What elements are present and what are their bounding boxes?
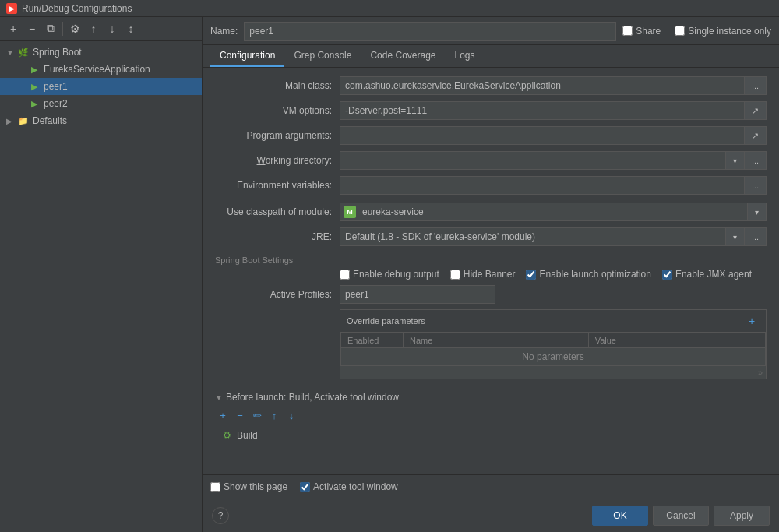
override-more: » — [340, 366, 766, 379]
tab-logs-label: Logs — [455, 50, 475, 61]
env-vars-row: Environment variables: ... — [215, 175, 767, 196]
program-args-label: Program arguments: — [215, 130, 340, 141]
tree-item-peer1[interactable]: ▶ peer1 — [0, 78, 202, 95]
bl-remove-button[interactable]: − — [232, 407, 248, 423]
vm-options-row: VM options: ↗ — [215, 100, 767, 121]
override-heading: Override parameters — [347, 316, 425, 326]
vm-options-expand-button[interactable]: ↗ — [745, 101, 767, 120]
show-page-label: Show this page — [224, 481, 287, 492]
bl-down-button[interactable]: ↓ — [284, 407, 299, 423]
peer2-run-icon: ▶ — [28, 97, 41, 110]
single-instance-checkbox[interactable] — [675, 26, 685, 36]
program-args-row: Program arguments: ↗ — [215, 125, 767, 146]
left-panel: + − ⧉ ⚙ ↑ ↓ ↕ ▼ 🌿 Spring Boot ▶ Eurek — [0, 17, 203, 532]
col-name: Name — [404, 333, 589, 348]
help-button[interactable]: ? — [212, 507, 229, 524]
bl-edit-button[interactable]: ✏ — [249, 407, 265, 423]
tree-springboot-group[interactable]: ▼ 🌿 Spring Boot — [0, 44, 202, 61]
help-area: ? — [212, 507, 587, 524]
active-profiles-row: Active Profiles: — [215, 284, 767, 305]
main-class-input[interactable] — [340, 76, 745, 95]
add-config-button[interactable]: + — [5, 20, 22, 37]
title-bar-text: Run/Debug Configurations — [22, 3, 132, 14]
defaults-label: Defaults — [33, 115, 67, 126]
vm-options-label: VM options: — [215, 105, 340, 116]
build-icon: ⚙ — [221, 430, 232, 441]
enable-jmx-checkbox[interactable] — [662, 270, 672, 280]
working-dir-input[interactable] — [340, 151, 726, 170]
vm-options-input[interactable] — [340, 101, 745, 120]
remove-config-button[interactable]: − — [23, 20, 41, 37]
apply-button[interactable]: Apply — [714, 506, 770, 526]
ok-button[interactable]: OK — [592, 506, 648, 526]
spring-boot-checkboxes: Enable debug output Hide Banner Enable l… — [215, 269, 767, 280]
main-layout: + − ⧉ ⚙ ↑ ↓ ↕ ▼ 🌿 Spring Boot ▶ Eurek — [0, 17, 779, 532]
sort-config-button[interactable]: ↕ — [122, 20, 139, 37]
tree-item-eureka[interactable]: ▶ EurekaServiceApplication — [0, 61, 202, 78]
module-icon: M — [344, 206, 356, 218]
main-class-browse-button[interactable]: ... — [745, 76, 767, 95]
classpath-dropdown-button[interactable]: ▾ — [748, 203, 767, 221]
bottom-options: Show this page Activate tool window — [203, 474, 779, 499]
before-launch-title: ▼ Before launch: Build, Activate tool wi… — [215, 392, 767, 403]
main-class-row: Main class: ... — [215, 76, 767, 96]
tab-configuration-label: Configuration — [220, 50, 275, 61]
defaults-folder-icon: 📁 — [17, 115, 30, 127]
tab-code-coverage[interactable]: Code Coverage — [361, 45, 445, 67]
tab-grep-console[interactable]: Grep Console — [284, 45, 361, 67]
springboot-arrow: ▼ — [6, 48, 17, 57]
classpath-select-wrapper: M eureka-service ▾ — [340, 203, 767, 221]
down-config-button[interactable]: ↓ — [104, 20, 121, 37]
override-add-button[interactable]: + — [744, 313, 760, 329]
springboot-label: Spring Boot — [33, 47, 82, 58]
app-icon: ▶ — [6, 3, 17, 14]
override-table: Enabled Name Value No parameters — [340, 333, 766, 366]
tab-coverage-label: Code Coverage — [370, 50, 435, 61]
right-panel: Name: Share Single instance only Configu… — [203, 17, 779, 532]
jre-browse-button[interactable]: ... — [745, 227, 767, 246]
program-args-expand-button[interactable]: ↗ — [745, 126, 767, 145]
tab-logs[interactable]: Logs — [446, 45, 485, 67]
activate-window-checkbox[interactable] — [300, 482, 310, 492]
override-empty-row: No parameters — [341, 348, 766, 366]
config-tabs: Configuration Grep Console Code Coverage… — [203, 45, 779, 68]
move-config-button[interactable]: ⚙ — [66, 20, 83, 37]
jre-dropdown-button[interactable]: ▾ — [726, 227, 745, 246]
working-dir-browse-button[interactable]: ... — [745, 151, 767, 170]
working-dir-label: Working directory: — [215, 155, 340, 166]
build-label: Build — [237, 430, 258, 441]
hide-banner-checkbox[interactable] — [450, 270, 460, 280]
show-page-checkbox[interactable] — [210, 482, 220, 492]
up-config-button[interactable]: ↑ — [85, 20, 102, 37]
bl-up-button[interactable]: ↑ — [266, 407, 282, 423]
name-input[interactable] — [244, 22, 616, 41]
name-field-label: Name: — [210, 26, 238, 37]
tree-item-defaults[interactable]: ▶ 📁 Defaults — [0, 112, 202, 129]
jre-select-wrapper: Default (1.8 - SDK of 'eureka-service' m… — [340, 227, 767, 246]
program-args-input[interactable] — [340, 126, 745, 145]
single-instance-label: Single instance only — [688, 26, 771, 37]
bl-add-button[interactable]: + — [215, 407, 231, 423]
share-checkbox[interactable] — [622, 26, 633, 36]
defaults-arrow: ▶ — [6, 117, 17, 125]
active-profiles-input[interactable] — [340, 285, 495, 304]
show-page-checkbox-item: Show this page — [210, 481, 287, 492]
config-tree: ▼ 🌿 Spring Boot ▶ EurekaServiceApplicati… — [0, 41, 202, 532]
share-area: Share — [622, 26, 661, 37]
env-vars-input[interactable] — [340, 176, 745, 195]
enable-launch-opt-checkbox[interactable] — [526, 270, 536, 280]
enable-jmx-checkbox-item: Enable JMX agent — [662, 269, 752, 280]
tab-configuration[interactable]: Configuration — [210, 45, 284, 67]
working-dir-dropdown-button[interactable]: ▾ — [726, 151, 745, 170]
enable-launch-opt-label: Enable launch optimization — [539, 269, 650, 280]
cancel-button[interactable]: Cancel — [653, 506, 709, 526]
peer1-run-icon: ▶ — [28, 80, 41, 93]
enable-debug-checkbox-item: Enable debug output — [340, 269, 439, 280]
enable-debug-checkbox[interactable] — [340, 270, 350, 280]
jre-row: JRE: Default (1.8 - SDK of 'eureka-servi… — [215, 227, 767, 247]
env-vars-browse-button[interactable]: ... — [745, 176, 767, 195]
before-launch-toolbar: + − ✏ ↑ ↓ — [215, 407, 767, 423]
tree-item-peer2[interactable]: ▶ peer2 — [0, 95, 202, 112]
copy-config-button[interactable]: ⧉ — [42, 20, 59, 37]
jre-label: JRE: — [215, 231, 340, 242]
